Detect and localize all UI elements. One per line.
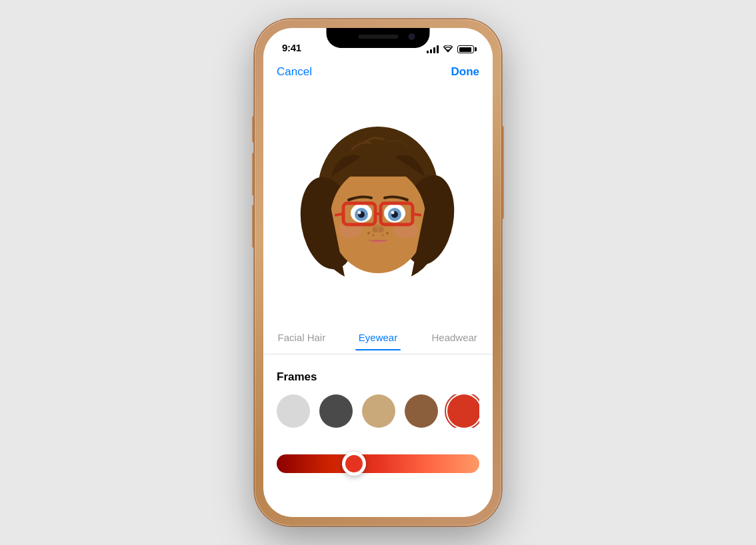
svg-point-20 (382, 235, 384, 237)
color-swatches (277, 394, 479, 428)
signal-icon (427, 45, 439, 53)
status-icons (427, 45, 474, 53)
phone-screen: 9:41 (263, 28, 493, 517)
svg-point-13 (358, 211, 361, 215)
mute-button[interactable] (252, 116, 255, 143)
volume-down-button[interactable] (252, 205, 255, 248)
wifi-icon (443, 45, 453, 53)
svg-point-18 (367, 232, 370, 235)
slider-thumb[interactable] (342, 452, 366, 476)
svg-point-14 (391, 211, 395, 215)
color-slider-track[interactable] (277, 454, 479, 473)
front-camera (409, 33, 415, 40)
memoji-avatar (298, 117, 458, 283)
battery-fill (459, 47, 471, 52)
tab-eyewear-label: Eyewear (359, 332, 397, 343)
power-button[interactable] (501, 166, 504, 219)
swatch-brown[interactable] (405, 394, 438, 428)
avatar-area (263, 87, 493, 313)
speaker (358, 35, 398, 39)
frames-section: Frames (263, 360, 493, 428)
nav-bar: Cancel Done (263, 57, 493, 87)
svg-point-19 (373, 235, 375, 237)
status-time: 9:41 (282, 42, 301, 53)
tab-facial-hair-label: Facial Hair (277, 332, 325, 343)
swatch-tan[interactable] (362, 394, 395, 428)
tab-headwear-label: Headwear (431, 332, 477, 343)
slider-section (263, 454, 493, 473)
category-tabs: Facial Hair Eyewear Headwear (263, 321, 493, 354)
swatch-red[interactable] (447, 394, 479, 428)
svg-point-21 (386, 232, 389, 235)
cancel-button[interactable]: Cancel (277, 65, 312, 79)
svg-point-17 (379, 227, 384, 233)
notch (327, 28, 430, 48)
volume-up-button[interactable] (252, 153, 255, 196)
slider-thumb-color (345, 455, 363, 472)
done-button[interactable]: Done (451, 65, 480, 79)
svg-line-26 (413, 214, 421, 215)
svg-point-16 (372, 227, 377, 233)
swatch-white[interactable] (277, 394, 310, 428)
screen-content: 9:41 (263, 28, 493, 517)
swatch-dark-gray[interactable] (319, 394, 353, 428)
phone-frame: 9:41 (255, 19, 501, 526)
battery-icon (457, 45, 474, 53)
svg-line-25 (335, 214, 343, 215)
tab-headwear[interactable]: Headwear (416, 325, 493, 350)
tab-eyewear[interactable]: Eyewear (340, 325, 417, 350)
tab-facial-hair[interactable]: Facial Hair (263, 325, 340, 350)
frames-title: Frames (277, 370, 479, 384)
